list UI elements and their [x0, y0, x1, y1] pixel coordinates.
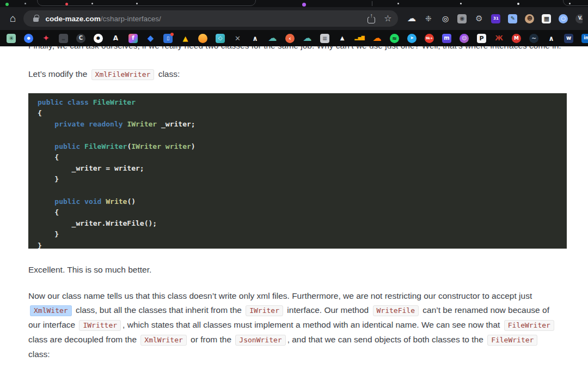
figma-icon[interactable]: f	[128, 34, 138, 43]
chevron-a-2-glyph: ∧	[548, 35, 554, 42]
code-line: public void Write()	[38, 196, 567, 207]
folder-glyph: ▂	[62, 37, 65, 40]
inline-code-selected: XmlWiter	[30, 305, 72, 316]
google-drive-icon[interactable]: ▲	[181, 34, 190, 43]
share-icon[interactable]	[367, 14, 375, 23]
c-logo-glyph: C	[79, 35, 83, 41]
teal-cloud-2-icon[interactable]: ☁	[303, 34, 312, 43]
tab-strip[interactable]	[0, 0, 588, 7]
server-stack-glyph: ≡	[322, 35, 327, 41]
orange-c-icon[interactable]: ‹	[285, 34, 295, 43]
9k-badge-glyph: 9k+	[426, 37, 433, 40]
code-token: _writer;	[157, 120, 195, 128]
code-token: {	[38, 109, 42, 117]
a-site-icon[interactable]: A	[111, 34, 120, 43]
text-run: class are decoupled from the	[28, 335, 139, 344]
google-drive-glyph: ▲	[183, 35, 188, 42]
gear-extension-icon[interactable]: ⚙	[474, 14, 483, 23]
code-token: IWriter writer	[131, 142, 191, 150]
cloud-extension-glyph: ☁	[407, 14, 416, 23]
tab-favicon-dot	[302, 3, 306, 7]
code-token: public	[54, 142, 84, 150]
code-token: }	[38, 230, 59, 238]
code-line: }	[38, 240, 567, 249]
tab-favicon-dot	[24, 3, 26, 4]
qr-code-extension-icon[interactable]: ▦	[542, 14, 551, 23]
tab-outline[interactable]	[37, 0, 256, 6]
search-lens-extension-icon[interactable]: ○	[559, 14, 568, 23]
red-arrows-icon[interactable]: ✦	[41, 34, 51, 43]
teal-cloud-1-icon[interactable]: ☁	[268, 34, 277, 43]
text-run: Let’s modify the	[28, 69, 90, 79]
address-bar[interactable]: code-maze.com/csharp-interfaces/ ☆	[23, 10, 398, 27]
tab-outline[interactable]	[563, 0, 588, 6]
folder-icon[interactable]: ▂	[59, 34, 68, 43]
teal-cloud-1-glyph: ☁	[268, 34, 277, 43]
radio-tower-icon[interactable]: Ж	[494, 34, 504, 43]
9k-badge-icon[interactable]: 9k+	[425, 34, 434, 43]
code-token: }	[38, 175, 59, 183]
tab-favicon-dot	[5, 3, 9, 6]
inline-code: FileWriter	[487, 335, 537, 346]
spotify-icon[interactable]: ≈	[390, 34, 399, 43]
bookmark-star-icon[interactable]: ☆	[384, 14, 391, 23]
vercel-triangle-icon[interactable]: ▲	[338, 34, 347, 43]
figma-glyph: f	[132, 35, 134, 41]
code-token: )	[191, 142, 195, 150]
tab-favicon-dot	[517, 3, 519, 5]
code-token: {	[38, 153, 59, 161]
github-icon[interactable]: ●	[94, 34, 103, 43]
tab-divider	[372, 1, 372, 6]
code-token: FileWriter	[93, 98, 136, 106]
chevron-a-icon[interactable]: ∧	[250, 34, 260, 43]
x-stitch-icon[interactable]: ✕	[233, 34, 242, 43]
atom-extension-icon[interactable]: ❉	[424, 14, 433, 23]
text-run: or from the	[188, 335, 234, 344]
profile-avatar-icon[interactable]: V.	[575, 14, 583, 23]
cloud-extension-icon[interactable]: ☁	[407, 14, 416, 23]
code-block[interactable]: public class FileWriter{ private readonl…	[28, 93, 567, 249]
messages-bubble-icon[interactable]: ●	[24, 34, 33, 43]
honey-drop-icon[interactable]	[198, 34, 207, 43]
wattpad-icon[interactable]: w	[564, 34, 573, 43]
inline-code: FileWriter	[504, 320, 554, 331]
url-text[interactable]: code-maze.com/csharp-interfaces/	[45, 15, 367, 23]
code-token: public void	[54, 197, 106, 206]
inline-code: XmlFileWriter	[91, 69, 155, 80]
linkedin-icon[interactable]: in	[581, 34, 588, 43]
purple-chat-icon[interactable]: ☺	[460, 34, 469, 43]
avatar-face-extension-icon[interactable]: ☻	[525, 14, 534, 23]
mastodon-icon[interactable]: m	[442, 34, 451, 43]
server-stack-icon[interactable]: ≡	[320, 34, 329, 43]
page-content: Finally, we can ask ourselves, if we rea…	[0, 46, 588, 368]
p-flag-icon[interactable]: P	[477, 34, 486, 43]
inline-code: WriteFile	[373, 305, 419, 316]
trello-board-glyph: ▯	[167, 36, 169, 41]
dark-wave-icon[interactable]: ~	[529, 34, 538, 43]
m-circle-icon[interactable]: M	[512, 34, 521, 43]
lock-icon[interactable]	[33, 17, 39, 22]
analytics-bars-icon[interactable]: ▂▅▇	[355, 34, 364, 43]
cube-3d-icon[interactable]: ◇	[216, 34, 225, 43]
code-token: {	[38, 208, 59, 216]
target-extension-glyph: ◎	[442, 15, 449, 22]
code-line: private readonly IWriter _writer;	[38, 119, 567, 130]
excellent-paragraph: Excellent. This is so much better.	[28, 263, 562, 277]
chatgpt-icon[interactable]: ✳	[7, 34, 16, 43]
c-logo-icon[interactable]: C	[76, 34, 85, 43]
wattpad-glyph: w	[566, 35, 571, 41]
p-flag-glyph: P	[479, 35, 483, 41]
trello-board-icon[interactable]: ▯	[163, 34, 173, 43]
calendar-31-extension-icon[interactable]: 31	[491, 14, 500, 23]
notes-pencil-extension-icon[interactable]: ✎	[508, 14, 517, 23]
telegram-icon[interactable]: ➤	[407, 34, 416, 43]
clipped-paragraph: Finally, we can ask ourselves, if we rea…	[28, 46, 562, 51]
camera-extension-icon[interactable]: ◉	[457, 14, 467, 23]
chevron-a-2-icon[interactable]: ∧	[547, 34, 556, 43]
home-icon[interactable]: ⌂	[10, 13, 16, 23]
soundcloud-icon[interactable]: ☁	[372, 34, 382, 43]
code-line: _writer = writer;	[38, 163, 567, 174]
code-token: _writer.WriteFile();	[38, 219, 157, 227]
target-extension-icon[interactable]: ◎	[440, 14, 450, 23]
blue-diamond-icon[interactable]: ◆	[146, 34, 155, 43]
